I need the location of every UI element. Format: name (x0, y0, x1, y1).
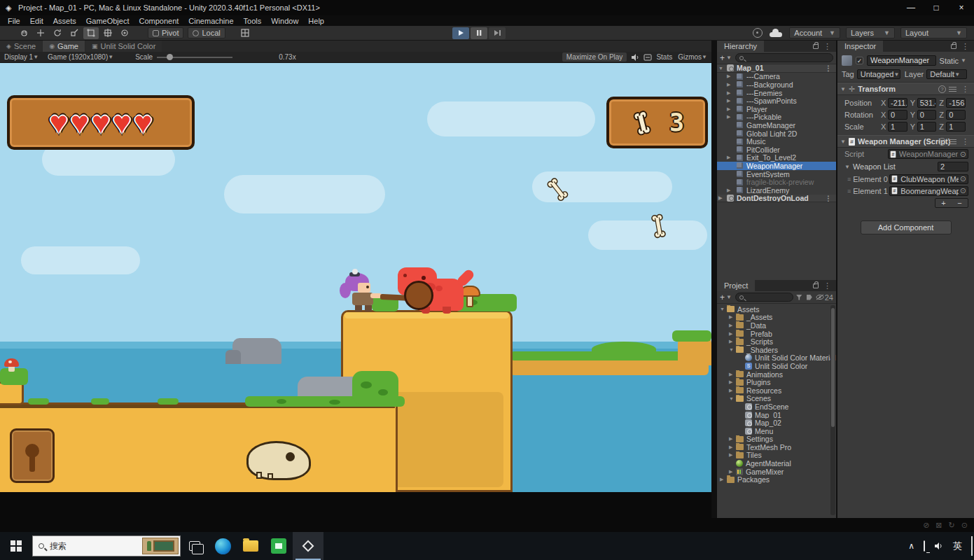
menu-component[interactable]: Component (134, 17, 183, 25)
layer-dropdown[interactable]: Default▼ (926, 69, 967, 79)
hierarchy-item-player[interactable]: ▶Player (717, 105, 836, 113)
tab-project[interactable]: Project (717, 280, 755, 291)
project-item-settings[interactable]: ▶Settings (717, 435, 836, 444)
rotate-tool-button[interactable] (50, 27, 65, 39)
project-item-plugins[interactable]: ▶Plugins (717, 378, 836, 386)
add-element-button[interactable]: + (941, 199, 945, 207)
remove-element-button[interactable]: − (957, 199, 961, 207)
create-button[interactable]: + (720, 293, 725, 302)
foldout-arrow-icon[interactable]: ▼ (720, 307, 727, 312)
foldout-arrow-icon[interactable]: ▶ (729, 323, 736, 328)
foldout-arrow-icon[interactable]: ▶ (729, 372, 736, 377)
project-item-shaders[interactable]: ▼_Shaders (717, 346, 836, 354)
project-item-resources[interactable]: ▶Resources (717, 386, 836, 395)
display-tray-icon[interactable] (924, 541, 925, 551)
menu-tools[interactable]: Tools (239, 17, 267, 25)
hierarchy-item-pickable[interactable]: ▶---Pickable (717, 113, 836, 122)
kebab-menu-icon[interactable]: ⋮ (821, 42, 833, 51)
foldout-arrow-icon[interactable]: ▶ (729, 444, 736, 450)
hierarchy-item-global-light-2d[interactable]: Global Light 2D (717, 130, 836, 138)
lock-icon[interactable] (813, 284, 819, 288)
help-icon[interactable]: ? (938, 138, 946, 146)
tab-game[interactable]: ◉Game (43, 41, 85, 52)
media-app-button[interactable] (265, 532, 293, 560)
minimize-button[interactable]: — (898, 0, 924, 15)
project-item-map-01[interactable]: Map_01 (717, 411, 836, 419)
object-field[interactable]: #BoomerangWeapon (F⊙ (889, 186, 968, 196)
object-field[interactable]: #ClubWeapon (Melee W⊙ (889, 174, 968, 184)
vector-field[interactable]: 0 (946, 110, 966, 120)
tab-scene[interactable]: ◈Scene (0, 41, 42, 52)
hierarchy-item-camera[interactable]: ▶---Camera (717, 73, 836, 81)
project-item-tiles[interactable]: ▶Tiles (717, 451, 836, 460)
menu-cinemachine[interactable]: Cinemachine (183, 17, 238, 25)
vector-field[interactable]: 0 (888, 110, 907, 120)
object-picker-icon[interactable]: ⊙ (960, 174, 966, 183)
search-highlight-image[interactable] (142, 538, 179, 554)
foldout-arrow-icon[interactable]: ▶ (718, 195, 725, 201)
hierarchy-scene-map-01[interactable]: ▼Map_01⋮ (717, 64, 836, 73)
menu-window[interactable]: Window (266, 17, 303, 25)
vector-field[interactable]: 1 (946, 122, 966, 132)
project-item-endscene[interactable]: EndScene (717, 402, 836, 411)
list-size-field[interactable]: 2 (938, 162, 968, 172)
active-checkbox[interactable]: ✓ (856, 57, 863, 64)
maximize-button[interactable]: □ (924, 0, 949, 15)
vector-field[interactable]: 1 (917, 122, 937, 132)
collab-icon[interactable] (753, 28, 763, 38)
hierarchy-item-music[interactable]: Music (717, 137, 836, 146)
scrollbar-thumb[interactable] (831, 308, 835, 427)
hierarchy-item-enemies[interactable]: ▶---Enemies (717, 89, 836, 97)
hand-tool-button[interactable] (16, 27, 32, 39)
tray-expand-chevron[interactable]: ∧ (908, 541, 914, 551)
project-item-assets[interactable]: ▼Assets (717, 305, 836, 314)
move-tool-button[interactable] (33, 27, 48, 39)
foldout-arrow-icon[interactable]: ▶ (729, 388, 736, 393)
foldout-arrow-icon[interactable]: ▶ (727, 82, 734, 88)
show-desktop-button[interactable] (971, 536, 973, 556)
custom-tool-button[interactable] (117, 27, 132, 39)
gameobject-name-field[interactable]: WeaponManager (867, 55, 936, 66)
foldout-arrow-icon[interactable]: ▼ (729, 347, 736, 352)
project-item-scenes[interactable]: ▼Scenes (717, 395, 836, 403)
foldout-arrow-icon[interactable]: ▶ (729, 436, 736, 442)
foldout-arrow-icon[interactable]: ▼ (840, 139, 846, 145)
foldout-arrow-icon[interactable]: ▼ (729, 396, 736, 401)
preset-icon[interactable] (949, 86, 956, 92)
hierarchy-item-gamemanager[interactable]: GameManager (717, 121, 836, 130)
project-item-prefab[interactable]: ▶_Prefab (717, 330, 836, 338)
project-item-animations[interactable]: ▶Animations (717, 370, 836, 379)
project-item-packages[interactable]: ▶Packages (717, 475, 836, 484)
project-item-menu[interactable]: Menu (717, 427, 836, 435)
pivot-toggle[interactable]: Pivot (148, 27, 183, 38)
foldout-arrow-icon[interactable]: ▶ (720, 477, 727, 482)
foldout-arrow-icon[interactable]: ▼ (844, 164, 850, 170)
project-item-unlit-solid-color-material[interactable]: Unlit Solid Color Material (717, 354, 836, 363)
scale-slider[interactable] (157, 57, 232, 58)
hierarchy-item-background[interactable]: ▶---Background (717, 80, 836, 89)
mute-audio-icon[interactable] (631, 53, 639, 62)
stats-toggle[interactable]: Stats (656, 53, 672, 61)
tab-unlit-solid-color[interactable]: ▣Unlit Solid Color (85, 41, 162, 52)
step-button[interactable] (489, 27, 506, 39)
menu-gameobject[interactable]: GameObject (81, 17, 134, 25)
foldout-arrow-icon[interactable]: ▼ (718, 66, 725, 71)
foldout-arrow-icon[interactable]: ▶ (729, 331, 736, 337)
kebab-menu-icon[interactable]: ⋮ (821, 281, 833, 290)
hidden-packages-toggle[interactable]: 24 (816, 293, 833, 302)
volume-icon[interactable] (934, 542, 944, 550)
resolution-dropdown[interactable]: Game (1920x1080) (48, 53, 108, 61)
tab-hierarchy[interactable]: Hierarchy (717, 41, 764, 52)
pause-button[interactable] (471, 27, 487, 39)
static-dropdown[interactable]: Static▼ (940, 57, 970, 65)
taskbar-search-input[interactable]: 搜索 (32, 536, 181, 556)
foldout-arrow-icon[interactable]: ▶ (729, 339, 736, 344)
transform-tool-button[interactable] (100, 27, 116, 39)
tab-inspector[interactable]: Inspector (837, 41, 883, 52)
project-item-agentmaterial[interactable]: AgentMaterial (717, 459, 836, 468)
project-item-scripts[interactable]: ▶_Scripts (717, 337, 836, 346)
hierarchy-item-eventsystem[interactable]: EventSystem (717, 170, 836, 178)
kebab-menu-icon[interactable]: ⋮ (959, 137, 971, 146)
layers-dropdown[interactable]: Layers▼ (846, 27, 895, 38)
tag-dropdown[interactable]: Untagged▼ (857, 69, 900, 79)
